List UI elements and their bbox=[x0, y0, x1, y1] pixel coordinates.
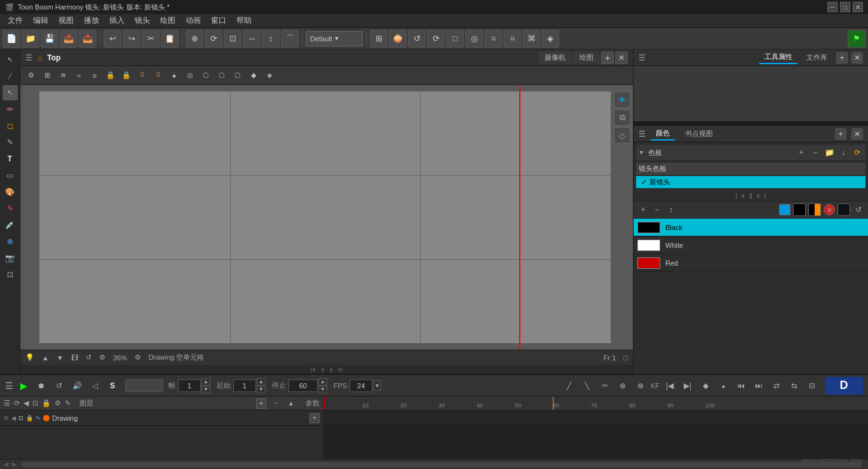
menu-animate[interactable]: 动画 bbox=[180, 14, 206, 27]
tl-scissors-button[interactable]: ✂ bbox=[597, 378, 613, 393]
pencil-tool-button[interactable]: ✎ bbox=[3, 135, 18, 150]
onion-button[interactable]: 🧅 bbox=[389, 30, 407, 48]
menu-draw[interactable]: 绘图 bbox=[155, 14, 180, 27]
network-button[interactable]: ⊡ bbox=[224, 30, 241, 48]
frame-down-button[interactable]: ▼ bbox=[201, 386, 210, 393]
color-profile-button[interactable]: ⚑ bbox=[848, 30, 865, 48]
start-down-button[interactable]: ▼ bbox=[257, 386, 266, 393]
contour-editor-button[interactable]: ╱ bbox=[3, 69, 18, 84]
color-entry-red[interactable]: Red bbox=[634, 254, 868, 272]
vp-circle-button[interactable]: ● bbox=[167, 69, 181, 83]
view-dropdown[interactable]: Default ▾ bbox=[306, 31, 363, 46]
scroll-up-icon[interactable]: ∨ bbox=[321, 367, 325, 372]
color-tab[interactable]: 颜色 bbox=[651, 127, 675, 140]
layer-remove-button[interactable]: − bbox=[270, 398, 281, 409]
maximize-button[interactable]: □ bbox=[840, 2, 850, 12]
vp-hex-button[interactable]: ⬡ bbox=[199, 69, 213, 83]
tl-scroll-right[interactable]: ⊳ bbox=[11, 461, 17, 468]
tl-shuffle-button[interactable]: ⇄ bbox=[769, 378, 784, 393]
menu-window[interactable]: 窗口 bbox=[206, 14, 231, 27]
menu-help[interactable]: 帮助 bbox=[231, 14, 257, 27]
new-button[interactable]: 📄 bbox=[3, 30, 20, 48]
color-remove-button[interactable]: − bbox=[651, 204, 663, 215]
rp-top-close-button[interactable]: ✕ bbox=[851, 52, 863, 64]
rewind-button[interactable]: ↺ bbox=[51, 378, 67, 393]
viewport-menu-icon[interactable]: ☰ bbox=[25, 53, 32, 62]
menu-edit[interactable]: 编辑 bbox=[28, 14, 53, 27]
dark-swatch[interactable] bbox=[837, 203, 850, 216]
rp-top-add-button[interactable]: + bbox=[836, 52, 848, 64]
start-input[interactable] bbox=[233, 379, 256, 392]
play-button[interactable]: ▶ bbox=[16, 378, 31, 393]
palette-expand-icon[interactable]: ▼ bbox=[639, 149, 644, 156]
pen-color-swatch[interactable] bbox=[779, 204, 790, 215]
rotate-button[interactable]: ↺ bbox=[408, 30, 426, 48]
audio2-button[interactable]: ◁ bbox=[87, 378, 102, 393]
stop-input[interactable] bbox=[288, 379, 318, 392]
deform-button[interactable]: ⌗ bbox=[484, 30, 502, 48]
copy-button[interactable]: 📋 bbox=[161, 30, 179, 48]
select-tool-button[interactable]: ↖ bbox=[3, 52, 18, 67]
eye-button[interactable]: 👁 bbox=[614, 92, 630, 108]
vp-hex3-button[interactable]: ⬡ bbox=[231, 69, 245, 83]
scroll-down-icon[interactable]: ∨| bbox=[337, 367, 342, 372]
stop-down-button[interactable]: ▼ bbox=[318, 386, 327, 393]
node-view-tab[interactable]: 书点视图 bbox=[680, 128, 718, 140]
open-button[interactable]: 📁 bbox=[22, 30, 39, 48]
kf-prev-button[interactable]: |◀ bbox=[662, 378, 677, 393]
vp-diamond2-button[interactable]: ◈ bbox=[262, 69, 276, 83]
fps-input[interactable] bbox=[349, 379, 372, 392]
stop-up-button[interactable]: ▲ bbox=[318, 378, 327, 386]
arrow-up-icon[interactable]: ∧ bbox=[741, 193, 745, 199]
ink-tool-button[interactable]: ✎ bbox=[3, 201, 18, 216]
vp-anim2-button[interactable]: ⠿ bbox=[151, 69, 165, 83]
layer2-button[interactable]: ◇ bbox=[614, 127, 630, 144]
viewport-add-button[interactable]: + bbox=[601, 51, 614, 64]
layer-add-button[interactable]: + bbox=[256, 398, 266, 409]
vp-outline-button[interactable]: ≋ bbox=[56, 69, 70, 83]
palette-remove-button[interactable]: − bbox=[810, 147, 821, 158]
palette-add-button[interactable]: + bbox=[796, 147, 807, 158]
eyedropper-button[interactable]: 💉 bbox=[3, 217, 18, 233]
tl-prev-button[interactable]: ⏮ bbox=[733, 378, 749, 393]
menu-view[interactable]: 视图 bbox=[53, 14, 79, 27]
drawing-tab[interactable]: 绘图 bbox=[573, 51, 600, 64]
transform2-button[interactable]: ⟳ bbox=[427, 30, 445, 48]
record-button[interactable]: ⏺ bbox=[34, 378, 49, 393]
vp-light-button[interactable]: ≡ bbox=[88, 69, 102, 83]
rp-menu-icon[interactable]: ☰ bbox=[639, 53, 646, 62]
vp-grid-button[interactable]: ⊞ bbox=[40, 69, 54, 83]
tl-next-button[interactable]: ⏭ bbox=[751, 378, 766, 393]
tl-shuffle2-button[interactable]: ⇆ bbox=[787, 378, 802, 393]
tl-menu-icon[interactable]: ☰ bbox=[5, 381, 13, 391]
scroll-right-icon[interactable]: || bbox=[330, 367, 332, 372]
color-reset-button[interactable]: ↺ bbox=[853, 204, 864, 215]
deform2-button[interactable]: ⌗ bbox=[503, 30, 521, 48]
tl-menu-icon2[interactable]: ☰ bbox=[4, 399, 10, 407]
vp-lock2-button[interactable]: 🔒 bbox=[119, 69, 133, 83]
save-button[interactable]: 💾 bbox=[41, 30, 58, 48]
rp-bottom-menu-icon[interactable]: ☰ bbox=[639, 130, 646, 139]
layer-up-button[interactable]: ▲ bbox=[285, 398, 297, 409]
mixed-swatch[interactable] bbox=[808, 203, 821, 216]
flip-button[interactable]: ↔ bbox=[243, 30, 261, 48]
arrow-down-icon[interactable]: ∨ bbox=[756, 193, 761, 199]
transform-tool-button[interactable]: ↖ bbox=[3, 85, 18, 100]
color-sort-button[interactable]: ↕ bbox=[665, 204, 677, 215]
tl-shrink-button[interactable]: ⊟ bbox=[804, 378, 820, 393]
frame-scrubber[interactable] bbox=[125, 379, 163, 392]
tool-properties-tab[interactable]: 工具属性 bbox=[759, 51, 797, 64]
start-up-button[interactable]: ▲ bbox=[257, 378, 266, 386]
flip-v-button[interactable]: ↕ bbox=[262, 30, 280, 48]
add-module-button[interactable]: ⊕ bbox=[186, 30, 203, 48]
frame-input[interactable] bbox=[178, 379, 201, 392]
eraser-tool-button[interactable]: ◻ bbox=[3, 118, 18, 133]
undo-button[interactable]: ↩ bbox=[104, 30, 121, 48]
audio-button[interactable]: 🔊 bbox=[69, 378, 85, 393]
composite-tool-button[interactable]: ⊕ bbox=[3, 234, 18, 249]
tl-scrollbar[interactable] bbox=[22, 462, 862, 467]
kf-add-button[interactable]: ◆ bbox=[698, 378, 713, 393]
minimize-button[interactable]: ─ bbox=[827, 2, 837, 12]
menu-insert[interactable]: 插入 bbox=[104, 14, 130, 27]
cut-button[interactable]: ✂ bbox=[142, 30, 159, 48]
